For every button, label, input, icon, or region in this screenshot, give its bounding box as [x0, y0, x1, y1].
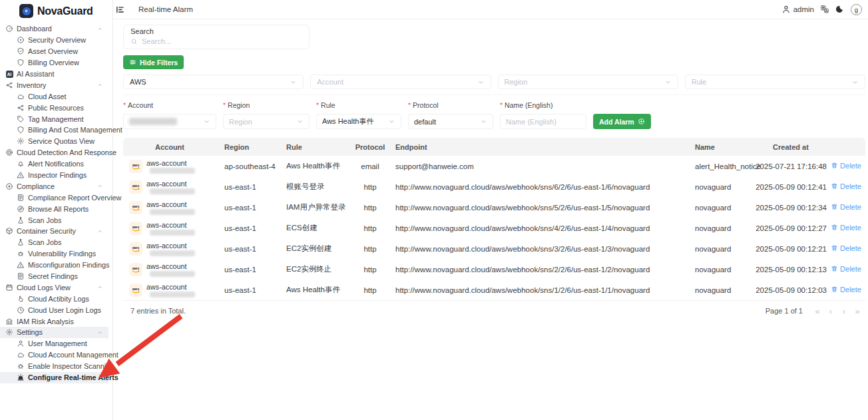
sidebar-item-security-overview[interactable]: Security Overview	[0, 35, 108, 46]
sidebar-item-browse-all-reports[interactable]: Browse All Reports	[0, 203, 108, 214]
menu-fold-icon[interactable]	[115, 5, 125, 15]
rule-cell: EC2实例创建	[286, 244, 353, 254]
action-cell: Delete	[827, 182, 865, 192]
sidebar-item-cloud-user-login-logs[interactable]: Cloud User Login Logs	[0, 304, 108, 315]
trash-icon	[831, 203, 838, 210]
rule-cell: Aws Health事件	[286, 161, 353, 171]
prev-page-icon[interactable]: ‹	[824, 306, 837, 316]
sidebar-item-misconfiguration-findings[interactable]: Misconfiguration Findings	[0, 260, 108, 271]
delete-button[interactable]: Delete	[831, 224, 861, 232]
sidebar-item-enable-inspector-scanning[interactable]: Enable Inspector Scanning	[0, 361, 108, 372]
sidebar-item-cloud-actibity-logs[interactable]: Cloud Actibity Logs	[0, 293, 108, 304]
brand[interactable]: NovaGuard	[0, 0, 112, 21]
delete-button[interactable]: Delete	[831, 244, 861, 252]
sidebar-item-billing-and-cost-management[interactable]: Billing And Cost Management	[0, 124, 108, 136]
search-input[interactable]: Search...	[130, 37, 302, 45]
column-header-endpoint: Endpoint	[387, 143, 687, 151]
table-row: awsaws-accountus-east-1ECS创建httphttp://w…	[123, 218, 865, 238]
search-placeholder: Search...	[142, 37, 171, 45]
region-select[interactable]: Region	[223, 114, 310, 129]
filter-select-account[interactable]: Account	[310, 75, 491, 89]
user-menu[interactable]: admin	[781, 5, 814, 14]
sidebar-item-cloud-account-management[interactable]: Cloud Account Management	[0, 349, 108, 361]
protocol-select[interactable]: default	[408, 114, 493, 129]
delete-button[interactable]: Delete	[831, 286, 861, 294]
name_english-input[interactable]: Name (English)	[500, 114, 586, 129]
sidebar-item-vulnerability-findings[interactable]: Vulnerability Findings	[0, 248, 108, 260]
sidebar-item-inspector-findings[interactable]: Inspector Findings	[0, 170, 108, 181]
clock-icon	[17, 306, 25, 314]
bug-icon	[17, 362, 25, 370]
sidebar-item-label: Asset Overview	[28, 47, 78, 55]
user-name: admin	[793, 5, 814, 13]
sidebar-item-cloud-logs-view[interactable]: Cloud Logs View	[0, 282, 108, 293]
sidebar-item-label: Security Overview	[28, 36, 86, 44]
delete-button[interactable]: Delete	[831, 162, 861, 170]
page-title: Real-time Alarm	[138, 5, 193, 13]
sidebar-item-secret-findings[interactable]: Secret Findings	[0, 271, 108, 282]
first-page-icon[interactable]: «	[811, 306, 824, 316]
sidebar-item-compliance[interactable]: Compliance	[0, 180, 108, 192]
shield-check-icon	[17, 47, 25, 55]
sidebar-item-container-security[interactable]: Container Security	[0, 226, 108, 237]
user-icon	[781, 5, 791, 14]
sidebar-item-scan-jobs[interactable]: Scan Jobs	[0, 214, 108, 226]
next-page-icon[interactable]: ›	[837, 306, 851, 316]
add-alarm-button[interactable]: Add Alarm	[593, 114, 651, 129]
chevron-down-icon	[296, 118, 304, 125]
brand-name: NovaGuard	[37, 5, 93, 17]
translate-icon[interactable]	[820, 5, 829, 14]
region-cell: us-east-1	[216, 286, 286, 294]
sidebar-item-compliance-report-overview[interactable]: Compliance Report Overview	[0, 192, 108, 203]
sidebar-item-service-quotas-view[interactable]: Service Quotas View	[0, 136, 108, 147]
sidebar-item-asset-overview[interactable]: Asset Overview	[0, 46, 108, 57]
sidebar-item-user-management[interactable]: User Management	[0, 338, 108, 349]
triangle-icon	[17, 261, 25, 269]
sidebar-item-configure-real-time-alerts[interactable]: Configure Real-time Alerts	[0, 372, 108, 383]
region-cell: us-east-1	[216, 224, 286, 232]
top-header: Real-time Alarm admin g	[113, 0, 868, 19]
sidebar-item-label: Cloud Account Management	[28, 351, 118, 359]
delete-button[interactable]: Delete	[831, 203, 861, 211]
column-header-region: Region	[216, 143, 286, 151]
sidebar-item-label: Dashboard	[17, 25, 52, 33]
sidebar-item-cloud-detection-and-response[interactable]: Cloud Detection And Response	[0, 147, 108, 158]
moon-icon[interactable]	[835, 5, 845, 14]
protocol-cell: http	[353, 183, 387, 191]
account-name: aws-account	[146, 200, 195, 208]
sidebar-item-scan-jobs[interactable]: Scan Jobs	[0, 237, 108, 248]
hide-filters-button[interactable]: Hide Filters	[123, 55, 184, 69]
filter-select-rule[interactable]: Rule	[685, 75, 865, 89]
sidebar-item-inventory[interactable]: Inventory	[0, 79, 108, 91]
name-cell: novaguard	[687, 204, 755, 212]
select-value: Account	[317, 78, 343, 86]
github-badge[interactable]: g	[851, 4, 862, 15]
chevron-down-icon	[477, 79, 485, 86]
account-cell: awsaws-account	[123, 283, 216, 298]
delete-button[interactable]: Delete	[831, 265, 861, 273]
sidebar-item-label: Enable Inspector Scanning	[28, 362, 114, 370]
sidebar-item-cloud-asset[interactable]: Cloud Asset	[0, 91, 108, 102]
account-select[interactable]	[123, 114, 216, 129]
sidebar-item-tag-management[interactable]: Tag Management	[0, 113, 108, 124]
rule-cell: IAM用户异常登录	[286, 202, 353, 212]
bank-icon	[5, 317, 13, 325]
sidebar-item-label: Browse All Reports	[28, 205, 89, 213]
sidebar-item-dashboard[interactable]: Dashboard	[0, 23, 108, 35]
filter-select-provider[interactable]: AWS	[123, 75, 304, 89]
filter-select-region[interactable]: Region	[498, 75, 678, 89]
chevron-down-icon	[851, 79, 859, 86]
last-page-icon[interactable]: »	[851, 306, 864, 316]
sidebar-item-alert-notifications[interactable]: Alert Notifications	[0, 158, 108, 170]
sidebar-item-public-resources[interactable]: Public Resources	[0, 102, 108, 113]
sidebar-item-billing-overview[interactable]: Billing Overview	[0, 57, 108, 69]
cloud-icon	[17, 93, 25, 101]
rule-select[interactable]: Aws Health事件	[316, 114, 401, 129]
delete-button[interactable]: Delete	[831, 182, 861, 190]
sidebar-item-label: Scan Jobs	[28, 238, 61, 246]
sidebar-item-settings[interactable]: Settings	[0, 327, 108, 338]
sidebar-item-iam-risk-analysis[interactable]: IAM Risk Analysis	[0, 315, 108, 327]
table-row: awsaws-accountus-east-1EC2实例创建httphttp:/…	[123, 238, 865, 259]
aws-icon: aws	[129, 222, 142, 235]
sidebar-item-ai-assistant[interactable]: AIAI Assistant	[0, 69, 108, 80]
